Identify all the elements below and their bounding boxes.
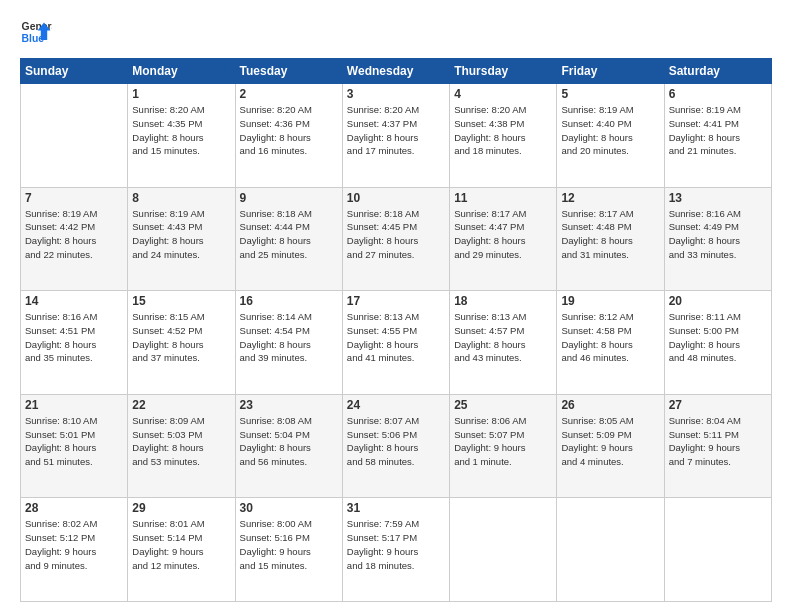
day-number: 22 <box>132 398 230 412</box>
table-row: 29Sunrise: 8:01 AM Sunset: 5:14 PM Dayli… <box>128 498 235 602</box>
calendar-row-1: 7Sunrise: 8:19 AM Sunset: 4:42 PM Daylig… <box>21 187 772 291</box>
table-row: 19Sunrise: 8:12 AM Sunset: 4:58 PM Dayli… <box>557 291 664 395</box>
table-row: 28Sunrise: 8:02 AM Sunset: 5:12 PM Dayli… <box>21 498 128 602</box>
table-row: 7Sunrise: 8:19 AM Sunset: 4:42 PM Daylig… <box>21 187 128 291</box>
table-row: 21Sunrise: 8:10 AM Sunset: 5:01 PM Dayli… <box>21 394 128 498</box>
table-row: 12Sunrise: 8:17 AM Sunset: 4:48 PM Dayli… <box>557 187 664 291</box>
table-row: 24Sunrise: 8:07 AM Sunset: 5:06 PM Dayli… <box>342 394 449 498</box>
weekday-header-row: SundayMondayTuesdayWednesdayThursdayFrid… <box>21 59 772 84</box>
calendar-row-3: 21Sunrise: 8:10 AM Sunset: 5:01 PM Dayli… <box>21 394 772 498</box>
weekday-header-monday: Monday <box>128 59 235 84</box>
day-number: 7 <box>25 191 123 205</box>
calendar-row-2: 14Sunrise: 8:16 AM Sunset: 4:51 PM Dayli… <box>21 291 772 395</box>
day-number: 6 <box>669 87 767 101</box>
day-info: Sunrise: 8:00 AM Sunset: 5:16 PM Dayligh… <box>240 517 338 572</box>
table-row: 3Sunrise: 8:20 AM Sunset: 4:37 PM Daylig… <box>342 84 449 188</box>
day-number: 27 <box>669 398 767 412</box>
table-row: 8Sunrise: 8:19 AM Sunset: 4:43 PM Daylig… <box>128 187 235 291</box>
table-row: 18Sunrise: 8:13 AM Sunset: 4:57 PM Dayli… <box>450 291 557 395</box>
table-row: 15Sunrise: 8:15 AM Sunset: 4:52 PM Dayli… <box>128 291 235 395</box>
day-number: 21 <box>25 398 123 412</box>
day-number: 31 <box>347 501 445 515</box>
table-row: 31Sunrise: 7:59 AM Sunset: 5:17 PM Dayli… <box>342 498 449 602</box>
day-info: Sunrise: 8:08 AM Sunset: 5:04 PM Dayligh… <box>240 414 338 469</box>
day-number: 17 <box>347 294 445 308</box>
weekday-header-tuesday: Tuesday <box>235 59 342 84</box>
day-info: Sunrise: 8:18 AM Sunset: 4:45 PM Dayligh… <box>347 207 445 262</box>
table-row: 10Sunrise: 8:18 AM Sunset: 4:45 PM Dayli… <box>342 187 449 291</box>
calendar-table: SundayMondayTuesdayWednesdayThursdayFrid… <box>20 58 772 602</box>
day-number: 25 <box>454 398 552 412</box>
weekday-header-friday: Friday <box>557 59 664 84</box>
day-info: Sunrise: 8:16 AM Sunset: 4:51 PM Dayligh… <box>25 310 123 365</box>
table-row: 5Sunrise: 8:19 AM Sunset: 4:40 PM Daylig… <box>557 84 664 188</box>
table-row <box>450 498 557 602</box>
table-row: 11Sunrise: 8:17 AM Sunset: 4:47 PM Dayli… <box>450 187 557 291</box>
day-info: Sunrise: 7:59 AM Sunset: 5:17 PM Dayligh… <box>347 517 445 572</box>
table-row: 27Sunrise: 8:04 AM Sunset: 5:11 PM Dayli… <box>664 394 771 498</box>
day-info: Sunrise: 8:05 AM Sunset: 5:09 PM Dayligh… <box>561 414 659 469</box>
day-number: 3 <box>347 87 445 101</box>
table-row: 26Sunrise: 8:05 AM Sunset: 5:09 PM Dayli… <box>557 394 664 498</box>
day-number: 10 <box>347 191 445 205</box>
day-number: 24 <box>347 398 445 412</box>
table-row: 20Sunrise: 8:11 AM Sunset: 5:00 PM Dayli… <box>664 291 771 395</box>
table-row: 30Sunrise: 8:00 AM Sunset: 5:16 PM Dayli… <box>235 498 342 602</box>
day-info: Sunrise: 8:19 AM Sunset: 4:41 PM Dayligh… <box>669 103 767 158</box>
day-number: 29 <box>132 501 230 515</box>
day-info: Sunrise: 8:13 AM Sunset: 4:55 PM Dayligh… <box>347 310 445 365</box>
day-number: 5 <box>561 87 659 101</box>
day-info: Sunrise: 8:12 AM Sunset: 4:58 PM Dayligh… <box>561 310 659 365</box>
day-number: 19 <box>561 294 659 308</box>
day-info: Sunrise: 8:10 AM Sunset: 5:01 PM Dayligh… <box>25 414 123 469</box>
day-number: 2 <box>240 87 338 101</box>
day-number: 12 <box>561 191 659 205</box>
day-info: Sunrise: 8:13 AM Sunset: 4:57 PM Dayligh… <box>454 310 552 365</box>
day-number: 8 <box>132 191 230 205</box>
day-number: 11 <box>454 191 552 205</box>
table-row: 4Sunrise: 8:20 AM Sunset: 4:38 PM Daylig… <box>450 84 557 188</box>
day-info: Sunrise: 8:11 AM Sunset: 5:00 PM Dayligh… <box>669 310 767 365</box>
day-info: Sunrise: 8:19 AM Sunset: 4:43 PM Dayligh… <box>132 207 230 262</box>
table-row: 22Sunrise: 8:09 AM Sunset: 5:03 PM Dayli… <box>128 394 235 498</box>
header: General Blue <box>20 16 772 48</box>
table-row: 1Sunrise: 8:20 AM Sunset: 4:35 PM Daylig… <box>128 84 235 188</box>
day-info: Sunrise: 8:19 AM Sunset: 4:42 PM Dayligh… <box>25 207 123 262</box>
day-number: 13 <box>669 191 767 205</box>
day-info: Sunrise: 8:06 AM Sunset: 5:07 PM Dayligh… <box>454 414 552 469</box>
table-row: 17Sunrise: 8:13 AM Sunset: 4:55 PM Dayli… <box>342 291 449 395</box>
calendar-row-4: 28Sunrise: 8:02 AM Sunset: 5:12 PM Dayli… <box>21 498 772 602</box>
day-info: Sunrise: 8:20 AM Sunset: 4:37 PM Dayligh… <box>347 103 445 158</box>
day-number: 4 <box>454 87 552 101</box>
day-info: Sunrise: 8:02 AM Sunset: 5:12 PM Dayligh… <box>25 517 123 572</box>
day-info: Sunrise: 8:15 AM Sunset: 4:52 PM Dayligh… <box>132 310 230 365</box>
day-info: Sunrise: 8:01 AM Sunset: 5:14 PM Dayligh… <box>132 517 230 572</box>
weekday-header-saturday: Saturday <box>664 59 771 84</box>
calendar-body: 1Sunrise: 8:20 AM Sunset: 4:35 PM Daylig… <box>21 84 772 602</box>
day-number: 1 <box>132 87 230 101</box>
day-info: Sunrise: 8:14 AM Sunset: 4:54 PM Dayligh… <box>240 310 338 365</box>
calendar-row-0: 1Sunrise: 8:20 AM Sunset: 4:35 PM Daylig… <box>21 84 772 188</box>
day-info: Sunrise: 8:17 AM Sunset: 4:47 PM Dayligh… <box>454 207 552 262</box>
table-row <box>557 498 664 602</box>
table-row: 16Sunrise: 8:14 AM Sunset: 4:54 PM Dayli… <box>235 291 342 395</box>
day-number: 30 <box>240 501 338 515</box>
weekday-header-thursday: Thursday <box>450 59 557 84</box>
table-row: 25Sunrise: 8:06 AM Sunset: 5:07 PM Dayli… <box>450 394 557 498</box>
day-number: 9 <box>240 191 338 205</box>
day-info: Sunrise: 8:04 AM Sunset: 5:11 PM Dayligh… <box>669 414 767 469</box>
day-number: 15 <box>132 294 230 308</box>
day-info: Sunrise: 8:16 AM Sunset: 4:49 PM Dayligh… <box>669 207 767 262</box>
table-row: 14Sunrise: 8:16 AM Sunset: 4:51 PM Dayli… <box>21 291 128 395</box>
day-number: 28 <box>25 501 123 515</box>
day-info: Sunrise: 8:09 AM Sunset: 5:03 PM Dayligh… <box>132 414 230 469</box>
weekday-header-wednesday: Wednesday <box>342 59 449 84</box>
logo: General Blue <box>20 16 52 48</box>
day-info: Sunrise: 8:20 AM Sunset: 4:35 PM Dayligh… <box>132 103 230 158</box>
day-number: 23 <box>240 398 338 412</box>
table-row: 2Sunrise: 8:20 AM Sunset: 4:36 PM Daylig… <box>235 84 342 188</box>
table-row <box>664 498 771 602</box>
day-number: 20 <box>669 294 767 308</box>
day-info: Sunrise: 8:20 AM Sunset: 4:36 PM Dayligh… <box>240 103 338 158</box>
day-number: 26 <box>561 398 659 412</box>
